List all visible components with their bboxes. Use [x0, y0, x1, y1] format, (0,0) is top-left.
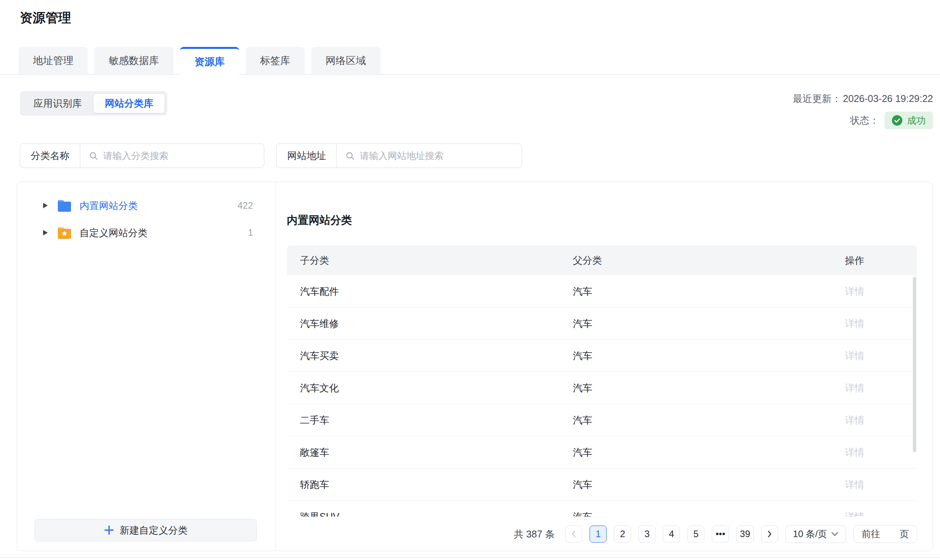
last-update-value: 2026-03-26 19:29:22 [843, 93, 933, 104]
caret-right-icon[interactable] [42, 202, 49, 209]
detail-link[interactable]: 详情 [845, 382, 864, 393]
check-circle-icon [892, 115, 902, 126]
tree-item-builtin-categories[interactable]: 内置网站分类 422 [17, 192, 276, 219]
page-button-39[interactable]: 39 [736, 525, 754, 543]
category-search-input[interactable] [103, 150, 255, 161]
tab-resource-library[interactable]: 资源库 [180, 47, 239, 75]
new-custom-category-label: 新建自定义分类 [120, 524, 188, 537]
page-bottom-divider [0, 557, 940, 558]
parent-category-cell: 汽车 [573, 414, 845, 427]
update-meta: 最近更新： 2026-03-26 19:29:22 状态： 成功 [793, 92, 933, 129]
page-button-4[interactable]: 4 [663, 525, 680, 543]
table-row: 跨界SUV 汽车 详情 [287, 501, 917, 517]
pagination: 共 387 条 1 2 3 4 5 ••• 39 10 条/页 前往 [287, 525, 917, 543]
status-value: 成功 [907, 114, 926, 127]
column-header-parent-category: 父分类 [573, 254, 845, 267]
table-row: 轿跑车 汽车 详情 [287, 468, 917, 501]
subcategory-table: 子分类 父分类 操作 汽车配件 汽车 详情 汽车维修 汽车 详情 汽车买卖 汽车 [287, 245, 917, 517]
detail-link[interactable]: 详情 [845, 415, 864, 425]
switch-website-category-library[interactable]: 网站分类库 [93, 93, 165, 113]
status-badge: 成功 [885, 112, 933, 129]
switch-app-recognition-library[interactable]: 应用识别库 [22, 93, 93, 113]
site-filter: 网站地址 [276, 143, 522, 168]
library-switch: 应用识别库 网站分类库 [20, 91, 167, 116]
pagination-total: 共 387 条 [514, 528, 555, 541]
page-size-select[interactable]: 10 条/页 [786, 525, 846, 543]
parent-category-cell: 汽车 [573, 446, 845, 459]
tab-network-zone[interactable]: 网络区域 [311, 47, 380, 74]
column-header-actions: 操作 [845, 254, 917, 267]
parent-category-cell: 汽车 [573, 285, 845, 298]
caret-right-icon[interactable] [42, 229, 49, 237]
category-filter: 分类名称 [20, 143, 264, 168]
tab-sensitive-database[interactable]: 敏感数据库 [94, 47, 173, 74]
detail-link[interactable]: 详情 [845, 447, 864, 458]
page-title: 资源管理 [20, 9, 71, 27]
site-filter-label: 网站地址 [277, 144, 337, 168]
parent-category-cell: 汽车 [573, 510, 845, 517]
tab-address-management[interactable]: 地址管理 [19, 47, 88, 74]
table-row: 汽车维修 汽车 详情 [287, 308, 917, 340]
more-pages-button[interactable]: ••• [712, 525, 729, 543]
tree-item-count: 422 [238, 200, 253, 211]
tree-item-custom-categories[interactable]: 自定义网站分类 1 [17, 219, 276, 246]
table-row: 汽车配件 汽车 详情 [287, 275, 917, 308]
new-custom-category-button[interactable]: 新建自定义分类 [35, 519, 257, 541]
category-detail-panel: 内置网站分类 子分类 父分类 操作 汽车配件 汽车 详情 汽车维修 汽车 详情 [276, 182, 933, 551]
column-header-subcategory: 子分类 [287, 254, 573, 267]
table-row: 汽车文化 汽车 详情 [287, 372, 917, 404]
subcategory-cell: 轿跑车 [287, 478, 573, 491]
detail-link[interactable]: 详情 [845, 479, 864, 490]
table-scrollbar[interactable] [913, 277, 916, 452]
search-icon [89, 151, 98, 161]
subcategory-cell: 跨界SUV [287, 510, 573, 517]
last-update-label: 最近更新： [793, 92, 841, 105]
subcategory-cell: 汽车买卖 [287, 349, 573, 362]
parent-category-cell: 汽车 [573, 382, 845, 394]
parent-category-cell: 汽车 [573, 349, 845, 362]
last-update-line: 最近更新： 2026-03-26 19:29:22 [793, 92, 933, 105]
search-icon [345, 151, 355, 161]
jump-suffix-label: 页 [900, 528, 909, 540]
tab-tag-library[interactable]: 标签库 [246, 47, 305, 74]
table-body[interactable]: 汽车配件 汽车 详情 汽车维修 汽车 详情 汽车买卖 汽车 详情 汽车文化 汽车 [287, 275, 917, 517]
category-filter-input-wrap [80, 144, 264, 168]
site-filter-input-wrap [337, 144, 522, 168]
detail-link[interactable]: 详情 [845, 286, 864, 297]
filter-row: 分类名称 网站地址 [20, 143, 522, 168]
page-button-1[interactable]: 1 [590, 525, 607, 543]
jump-prefix-label: 前往 [862, 528, 880, 540]
subcategory-cell: 二手车 [287, 414, 573, 427]
page-button-3[interactable]: 3 [638, 525, 656, 543]
table-header-row: 子分类 父分类 操作 [287, 245, 917, 275]
tree-item-label: 内置网站分类 [80, 199, 138, 212]
tree-item-label: 自定义网站分类 [80, 226, 147, 239]
subcategory-cell: 汽车文化 [287, 382, 573, 394]
jump-page-input[interactable] [883, 529, 897, 539]
panel-heading: 内置网站分类 [287, 213, 917, 228]
table-row: 二手车 汽车 详情 [287, 404, 917, 436]
page-size-value: 10 条/页 [793, 528, 827, 540]
orange-star-folder-icon [57, 226, 72, 239]
tree-item-count: 1 [248, 227, 253, 238]
plus-icon [104, 525, 114, 535]
parent-category-cell: 汽车 [573, 478, 845, 491]
subcategory-cell: 汽车维修 [287, 317, 573, 330]
prev-page-button[interactable] [565, 525, 582, 543]
main-card: 内置网站分类 422 自定义网站分类 1 [17, 181, 933, 551]
next-page-button[interactable] [761, 525, 778, 543]
page-button-2[interactable]: 2 [614, 525, 631, 543]
parent-category-cell: 汽车 [573, 317, 845, 330]
category-filter-label: 分类名称 [20, 144, 80, 168]
detail-link[interactable]: 详情 [845, 318, 864, 329]
page-button-5[interactable]: 5 [687, 525, 704, 543]
page-jump-box: 前往 页 [853, 525, 917, 543]
subcategory-cell: 敞篷车 [287, 446, 573, 459]
subcategory-cell: 汽车配件 [287, 285, 573, 298]
category-tree-panel: 内置网站分类 422 自定义网站分类 1 [17, 182, 276, 551]
main-tab-bar: 地址管理 敏感数据库 资源库 标签库 网络区域 [0, 47, 940, 75]
site-search-input[interactable] [360, 150, 513, 161]
detail-link[interactable]: 详情 [845, 511, 864, 517]
detail-link[interactable]: 详情 [845, 350, 864, 361]
status-label: 状态： [850, 114, 879, 127]
